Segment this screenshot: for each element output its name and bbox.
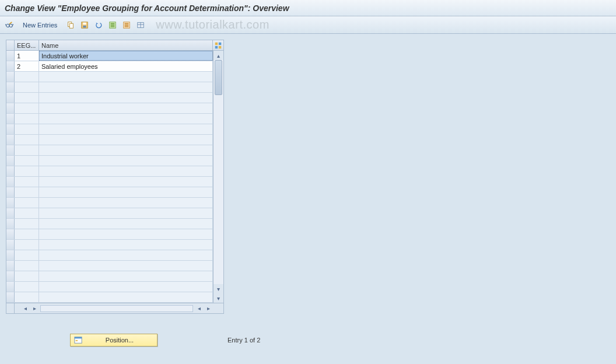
cell-name[interactable] (39, 124, 213, 134)
table-row[interactable] (6, 135, 213, 145)
cell-name[interactable] (39, 271, 213, 281)
cell-name[interactable]: Industrial worker (39, 51, 213, 61)
cell-eeg[interactable] (15, 145, 39, 155)
row-selector[interactable] (6, 103, 15, 113)
row-selector[interactable] (6, 198, 15, 208)
table-row[interactable] (6, 229, 213, 240)
row-selector[interactable] (6, 229, 15, 239)
print-button[interactable] (135, 19, 146, 31)
cell-name[interactable] (39, 82, 213, 92)
cell-name[interactable] (39, 145, 213, 155)
scroll-track[interactable] (214, 60, 223, 284)
column-header-name[interactable]: Name (39, 40, 213, 50)
copy-button[interactable] (65, 19, 76, 31)
row-selector[interactable] (6, 250, 15, 260)
table-row[interactable] (6, 124, 213, 135)
row-selector[interactable] (6, 124, 15, 134)
undo-button[interactable] (93, 19, 104, 31)
cell-eeg[interactable] (15, 103, 39, 113)
cell-eeg[interactable] (15, 177, 39, 187)
horizontal-scrollbar[interactable]: ◂ ▸ ◂ ▸ (15, 303, 223, 313)
table-row[interactable] (6, 250, 213, 261)
row-selector[interactable] (6, 156, 15, 166)
select-all-button[interactable] (107, 19, 118, 31)
row-selector[interactable] (6, 82, 15, 92)
cell-eeg[interactable] (15, 292, 39, 302)
scroll-thumb[interactable] (215, 60, 222, 95)
table-row[interactable] (6, 198, 213, 208)
cell-eeg[interactable] (15, 250, 39, 260)
table-row[interactable] (6, 145, 213, 156)
table-row[interactable]: 2Salaried employees (6, 61, 213, 72)
vertical-scrollbar[interactable]: ▴ ▾ ▾ (213, 51, 223, 303)
row-selector-header[interactable] (6, 40, 15, 50)
cell-eeg[interactable] (15, 219, 39, 229)
table-row[interactable]: 1Industrial worker (6, 51, 213, 61)
row-selector[interactable] (6, 219, 15, 229)
cell-name[interactable] (39, 114, 213, 124)
cell-eeg[interactable] (15, 93, 39, 103)
hscroll-left-icon[interactable]: ◂ (20, 304, 30, 313)
table-row[interactable] (6, 93, 213, 103)
cell-eeg[interactable] (15, 229, 39, 239)
cell-name[interactable] (39, 261, 213, 271)
cell-name[interactable] (39, 187, 213, 197)
cell-name[interactable] (39, 250, 213, 260)
row-selector[interactable] (6, 240, 15, 250)
table-row[interactable] (6, 72, 213, 82)
cell-name[interactable]: Salaried employees (39, 61, 213, 71)
table-row[interactable] (6, 156, 213, 166)
cell-name[interactable] (39, 292, 213, 302)
cell-name[interactable] (39, 240, 213, 250)
table-row[interactable] (6, 292, 213, 303)
row-selector[interactable] (6, 145, 15, 155)
table-row[interactable] (6, 219, 213, 229)
cell-name[interactable] (39, 229, 213, 239)
toggle-expand-button[interactable] (4, 19, 15, 31)
hscroll-right2-icon[interactable]: ▸ (204, 304, 213, 313)
position-button[interactable]: Position... (70, 334, 158, 346)
table-row[interactable] (6, 261, 213, 271)
column-settings-button[interactable] (213, 40, 223, 50)
cell-name[interactable] (39, 208, 213, 218)
cell-eeg[interactable] (15, 240, 39, 250)
cell-eeg[interactable] (15, 156, 39, 166)
cell-eeg[interactable] (15, 72, 39, 82)
cell-eeg[interactable] (15, 135, 39, 145)
deselect-all-button[interactable] (121, 19, 132, 31)
cell-eeg[interactable] (15, 282, 39, 292)
row-selector[interactable] (6, 177, 15, 187)
cell-eeg[interactable] (15, 166, 39, 176)
hscroll-right-icon[interactable]: ▸ (30, 304, 39, 313)
row-selector[interactable] (6, 51, 15, 61)
table-row[interactable] (6, 271, 213, 282)
table-row[interactable] (6, 166, 213, 177)
cell-name[interactable] (39, 219, 213, 229)
row-selector[interactable] (6, 282, 15, 292)
cell-eeg[interactable] (15, 271, 39, 281)
cell-name[interactable] (39, 166, 213, 176)
row-selector[interactable] (6, 93, 15, 103)
save-button[interactable] (79, 19, 90, 31)
row-selector[interactable] (6, 166, 15, 176)
table-row[interactable] (6, 82, 213, 93)
row-selector[interactable] (6, 261, 15, 271)
row-selector[interactable] (6, 208, 15, 218)
cell-name[interactable] (39, 177, 213, 187)
cell-eeg[interactable] (15, 208, 39, 218)
cell-name[interactable] (39, 72, 213, 82)
table-row[interactable] (6, 103, 213, 114)
table-row[interactable] (6, 187, 213, 198)
row-selector[interactable] (6, 135, 15, 145)
row-selector[interactable] (6, 292, 15, 302)
cell-name[interactable] (39, 93, 213, 103)
cell-eeg[interactable]: 1 (15, 51, 39, 61)
cell-eeg[interactable] (15, 82, 39, 92)
cell-name[interactable] (39, 135, 213, 145)
row-selector[interactable] (6, 187, 15, 197)
table-row[interactable] (6, 208, 213, 219)
cell-eeg[interactable] (15, 187, 39, 197)
table-row[interactable] (6, 240, 213, 250)
cell-eeg[interactable] (15, 261, 39, 271)
cell-eeg[interactable] (15, 114, 39, 124)
